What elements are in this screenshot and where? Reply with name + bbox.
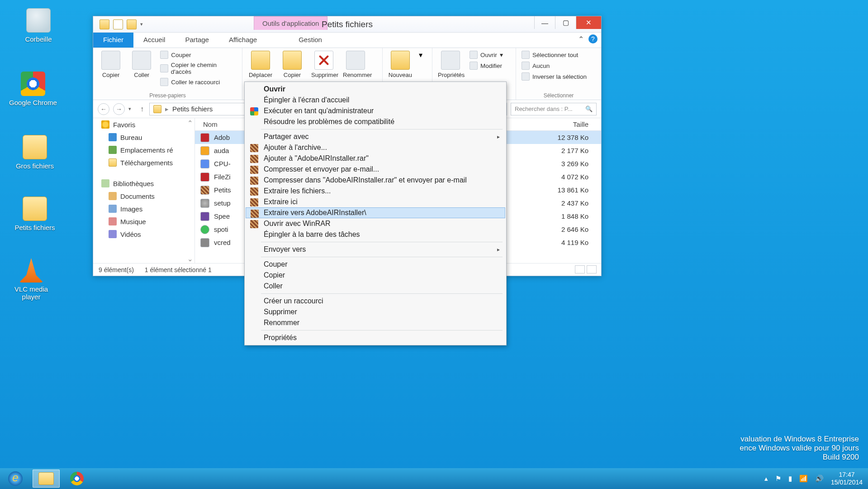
close-button[interactable]: ✕: [576, 16, 601, 29]
ribbon-copy-path[interactable]: Copier le chemin d'accès: [160, 62, 237, 75]
context-menu-item[interactable]: Compresser et envoyer par e-mail...: [246, 164, 505, 175]
view-tiles-button[interactable]: [587, 265, 597, 273]
taskbar-ie[interactable]: [2, 470, 29, 488]
window-title: Petits fichiers: [322, 19, 373, 29]
file-icon: [200, 159, 209, 168]
ribbon-move[interactable]: Déplacer: [248, 51, 273, 78]
contextual-tab[interactable]: Outils d'application: [254, 16, 327, 30]
context-menu-item[interactable]: Coller: [246, 281, 505, 292]
sidebar-item-emplacements[interactable]: Emplacements ré: [93, 144, 194, 156]
ribbon-paste-shortcut[interactable]: Coller le raccourci: [160, 78, 237, 86]
context-menu-item[interactable]: Compresser dans "AdobeAIRInstaller.rar" …: [246, 175, 505, 186]
sidebar-label: Emplacements ré: [120, 146, 173, 154]
context-menu-item[interactable]: Envoyer vers: [246, 244, 505, 255]
history-dropdown[interactable]: ▾: [128, 106, 135, 112]
scroll-down[interactable]: ⌄: [186, 255, 194, 262]
context-menu-item[interactable]: Extraire ici: [246, 197, 505, 207]
flag-icon[interactable]: ⚑: [775, 475, 781, 483]
volume-icon[interactable]: 🔊: [815, 475, 824, 483]
taskbar-chrome[interactable]: [63, 470, 90, 488]
sidebar-item-images[interactable]: Images: [93, 202, 194, 215]
ribbon-paste[interactable]: Coller: [129, 51, 154, 78]
up-button[interactable]: ↑: [138, 105, 146, 113]
ribbon-label: Modifier: [480, 62, 502, 69]
ribbon-edit[interactable]: Modifier: [470, 62, 503, 70]
help-button[interactable]: ?: [588, 34, 598, 43]
qat-item[interactable]: [113, 19, 123, 29]
breadcrumb-segment[interactable]: Petits fichiers: [172, 105, 213, 113]
context-menu-item[interactable]: Supprimer: [246, 307, 505, 317]
locations-icon: [109, 146, 117, 154]
desktop-icon[interactable]: VLC media player: [6, 258, 56, 301]
ribbon-properties[interactable]: Propriétés: [438, 51, 463, 78]
menu-separator: [261, 129, 503, 129]
scroll-up[interactable]: ⌃: [186, 119, 194, 126]
network-icon[interactable]: 📶: [799, 475, 808, 483]
view-details-button[interactable]: [575, 265, 585, 273]
ribbon-select-all[interactable]: Sélectionner tout: [522, 51, 587, 59]
ribbon-group-label: Presse-papiers: [99, 91, 237, 99]
sidebar-item-musique[interactable]: Musique: [93, 215, 194, 228]
tray-overflow[interactable]: ▴: [764, 475, 768, 483]
minimize-button[interactable]: —: [534, 16, 555, 29]
context-menu-item[interactable]: Extraire vers AdobeAIRInstaller\: [246, 207, 505, 218]
tab-gestion[interactable]: Gestion: [289, 33, 332, 48]
context-menu-item[interactable]: Couper: [246, 259, 505, 270]
file-icon: [200, 199, 209, 208]
battery-icon[interactable]: ▮: [788, 475, 792, 483]
context-menu-item[interactable]: Renommer: [246, 317, 505, 328]
sidebar-item-bureau[interactable]: Bureau: [93, 131, 194, 144]
desktop-icon[interactable]: Google Chrome: [8, 72, 58, 106]
sidebar-favorites-header[interactable]: Favoris: [93, 118, 194, 131]
collapse-ribbon-button[interactable]: ⌃: [578, 35, 584, 43]
status-selected: 1 élément sélectionné 1: [145, 266, 212, 273]
context-menu-item[interactable]: Créer un raccourci: [246, 296, 505, 307]
context-menu-item[interactable]: Résoudre les problèmes de compatibilité: [246, 116, 505, 127]
ribbon-delete[interactable]: Supprimer: [311, 51, 337, 78]
context-menu-item[interactable]: Propriétés: [246, 332, 505, 343]
ribbon-new-dropdown[interactable]: ▾: [419, 51, 427, 59]
file-icon: [200, 173, 209, 182]
ribbon-copy-to[interactable]: Copier: [280, 51, 305, 78]
forward-button[interactable]: →: [113, 103, 125, 115]
context-menu-item[interactable]: Ajouter à l'archive...: [246, 142, 505, 153]
qat-more[interactable]: ▾: [140, 21, 147, 27]
folder-icon[interactable]: [100, 19, 109, 29]
context-menu-item[interactable]: Ouvrir: [246, 84, 505, 95]
ribbon-copy[interactable]: Copier: [99, 51, 123, 78]
system-tray: ▴ ⚑ ▮ 📶 🔊 17:47 15/01/2014: [764, 471, 868, 486]
sidebar-item-telechargements[interactable]: Téléchargements: [93, 156, 194, 169]
ribbon-select-none[interactable]: Aucun: [522, 62, 587, 70]
context-menu-item[interactable]: Exécuter en tant qu'administrateur: [246, 105, 505, 116]
sidebar-libraries-header[interactable]: Bibliothèques: [93, 177, 194, 190]
ribbon-rename[interactable]: Renommer: [343, 51, 368, 78]
clock[interactable]: 17:47 15/01/2014: [831, 471, 863, 486]
tab-partage[interactable]: Partage: [175, 33, 219, 48]
tab-affichage[interactable]: Affichage: [219, 33, 267, 48]
desktop-icon[interactable]: Gros fichiers: [10, 135, 60, 170]
taskbar-explorer[interactable]: [33, 470, 60, 488]
maximize-button[interactable]: ▢: [555, 16, 576, 29]
ribbon-cut[interactable]: Couper: [160, 51, 237, 59]
back-button[interactable]: ←: [98, 103, 109, 115]
sidebar-item-videos[interactable]: Vidéos: [93, 228, 194, 240]
context-menu-item[interactable]: Épingler à l'écran d'accueil: [246, 95, 505, 105]
context-menu-item[interactable]: Copier: [246, 270, 505, 281]
ribbon-invert-selection[interactable]: Inverser la sélection: [522, 72, 587, 81]
qat-item[interactable]: [127, 19, 137, 29]
tab-accueil[interactable]: Accueil: [133, 33, 175, 48]
context-menu-item[interactable]: Ajouter à "AdobeAIRInstaller.rar": [246, 153, 505, 164]
context-menu-item[interactable]: Extraire les fichiers...: [246, 186, 505, 197]
column-size[interactable]: Taille: [533, 118, 601, 130]
file-size: 12 378 Ko: [533, 134, 601, 141]
search-input[interactable]: Rechercher dans : P... 🔍: [511, 103, 597, 115]
ribbon-open[interactable]: Ouvrir ▾: [470, 51, 503, 59]
context-menu-item[interactable]: Partager avec: [246, 131, 505, 142]
context-menu-item[interactable]: Épingler à la barre des tâches: [246, 229, 505, 240]
context-menu-item[interactable]: Ouvrir avec WinRAR: [246, 218, 505, 229]
ribbon-new[interactable]: Nouveau: [388, 51, 413, 78]
sidebar-item-documents[interactable]: Documents: [93, 190, 194, 202]
desktop-icon[interactable]: Petits fichiers: [10, 197, 60, 231]
tab-file[interactable]: Fichier: [93, 33, 133, 48]
desktop-icon[interactable]: Corbeille: [14, 8, 63, 43]
